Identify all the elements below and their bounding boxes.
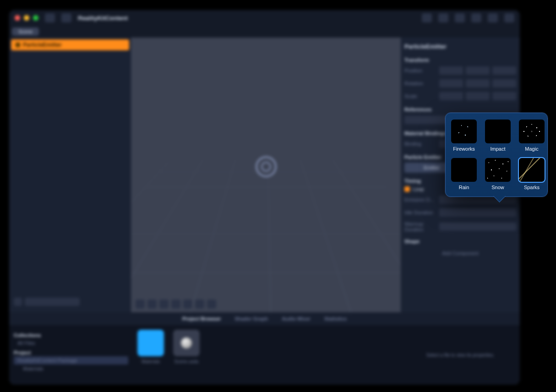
toolbar-button[interactable] <box>504 13 514 22</box>
viewport-tool-button[interactable] <box>136 299 145 309</box>
references-section-title: References <box>404 107 516 112</box>
folder-icon <box>137 330 164 356</box>
toolbar-button[interactable] <box>438 13 448 22</box>
titlebar: RealityKitContent <box>9 10 520 26</box>
scale-field[interactable] <box>466 92 490 100</box>
preset-label: Fireworks <box>453 146 475 152</box>
asset-info: Select a file to view its properties. <box>401 325 520 385</box>
viewport-tool-button[interactable] <box>207 299 216 309</box>
tab-audio-mixer[interactable]: Audio Mixer <box>282 316 311 321</box>
idle-duration-field[interactable] <box>439 208 516 217</box>
scene-tab[interactable]: Scene <box>12 27 39 36</box>
window-title: RealityKitContent <box>78 15 128 22</box>
asset-label: Materials <box>142 359 160 364</box>
rotation-field[interactable] <box>439 79 463 87</box>
hierarchy-item-selected[interactable]: ParticleEmitter <box>11 39 129 50</box>
magic-icon <box>519 120 545 143</box>
rotation-label: Rotation <box>404 81 436 86</box>
preset-impact[interactable]: Impact <box>484 119 512 152</box>
bottom-tabs: Project Browser Shader Graph Audio Mixer… <box>9 312 520 325</box>
asset-item[interactable]: Scene.usda <box>173 330 200 364</box>
shape-title: Shape <box>404 239 516 244</box>
inspector-entity-name: ParticleEmitter <box>404 41 516 52</box>
viewport-toolbar <box>136 299 216 309</box>
project-header: Project <box>14 350 128 355</box>
warmup-duration-label: Warmup Duration <box>404 221 436 232</box>
preset-label: Rain <box>459 185 469 190</box>
snow-icon <box>485 158 511 182</box>
toolbar-button[interactable] <box>422 13 432 22</box>
preset-label: Impact <box>490 146 505 152</box>
particle-preset-popover: Fireworks Impact Magic Rain Snow Sparks <box>445 113 548 197</box>
tab-project-browser[interactable]: Project Browser <box>182 316 221 321</box>
hierarchy-filter-field[interactable] <box>25 298 80 306</box>
loop-label: Loop <box>413 186 424 192</box>
viewport-tool-button[interactable] <box>147 299 157 309</box>
minimize-window-icon[interactable] <box>24 15 29 21</box>
position-field[interactable] <box>492 66 516 75</box>
scene-icon <box>173 330 200 356</box>
asset-grid: Materials Scene.usda <box>133 325 401 385</box>
rain-icon <box>451 158 477 182</box>
scale-field[interactable] <box>439 92 463 100</box>
asset-label: Scene.usda <box>174 359 199 364</box>
add-entity-button[interactable] <box>14 298 22 306</box>
asset-item[interactable]: Materials <box>137 330 164 364</box>
add-component-button[interactable]: Add Component <box>404 250 516 256</box>
warmup-duration-field[interactable] <box>439 223 516 231</box>
impact-icon <box>485 120 511 143</box>
tab-statistics[interactable]: Statistics <box>324 316 347 321</box>
tab-shader-graph[interactable]: Shader Graph <box>234 316 268 321</box>
entity-gizmo-icon[interactable] <box>256 156 277 177</box>
tab-row: Scene <box>9 26 520 38</box>
rotation-field[interactable] <box>466 79 490 87</box>
viewport-tool-button[interactable] <box>159 299 169 309</box>
grid-floor <box>131 160 401 312</box>
rotation-field[interactable] <box>492 79 516 87</box>
idle-duration-label: Idle Duration <box>404 210 436 215</box>
project-root-row[interactable]: RealityKitContent Package <box>14 356 128 365</box>
scale-field[interactable] <box>492 92 516 100</box>
preset-rain[interactable]: Rain <box>450 157 478 191</box>
preset-magic[interactable]: Magic <box>518 119 545 152</box>
fireworks-icon <box>451 120 477 143</box>
toolbar-button[interactable] <box>488 13 498 22</box>
emission-duration-label: Emission D... <box>404 197 436 202</box>
traffic-lights <box>15 15 38 21</box>
position-field[interactable] <box>439 66 463 75</box>
collections-header: Collections <box>14 332 128 338</box>
preset-sparks[interactable]: Sparks <box>518 157 545 191</box>
app-window: RealityKitContent Scene ParticleEmitter <box>9 10 520 385</box>
position-field[interactable] <box>466 66 490 75</box>
zoom-window-icon[interactable] <box>33 15 38 21</box>
materials-row[interactable]: Materials <box>14 365 128 373</box>
bottom-panel: Project Browser Shader Graph Audio Mixer… <box>9 312 520 385</box>
viewport-tool-button[interactable] <box>183 299 192 309</box>
transform-section-title: Transform <box>404 57 516 63</box>
hierarchy-sidebar: ParticleEmitter <box>9 38 131 312</box>
toolbar-button[interactable] <box>455 13 465 22</box>
preset-snow[interactable]: Snow <box>484 157 512 191</box>
sparks-icon <box>519 158 545 182</box>
project-tree: Collections All Files Project RealityKit… <box>9 325 133 385</box>
all-files-row[interactable]: All Files <box>14 339 128 347</box>
toolbar-button[interactable] <box>45 13 55 22</box>
preset-label: Snow <box>491 185 504 190</box>
position-label: Position <box>404 68 436 73</box>
viewport-tool-button[interactable] <box>171 299 180 309</box>
close-window-icon[interactable] <box>15 15 20 21</box>
viewport-3d[interactable] <box>131 38 401 312</box>
binding-label: Binding <box>404 141 436 147</box>
toolbar-button[interactable] <box>471 13 481 22</box>
preset-label: Magic <box>525 146 538 152</box>
scale-label: Scale <box>404 93 436 99</box>
toolbar-button[interactable] <box>61 13 71 22</box>
viewport-tool-button[interactable] <box>195 299 204 309</box>
preset-fireworks[interactable]: Fireworks <box>450 119 478 152</box>
hierarchy-footer <box>14 298 80 306</box>
preset-label: Sparks <box>524 185 540 190</box>
